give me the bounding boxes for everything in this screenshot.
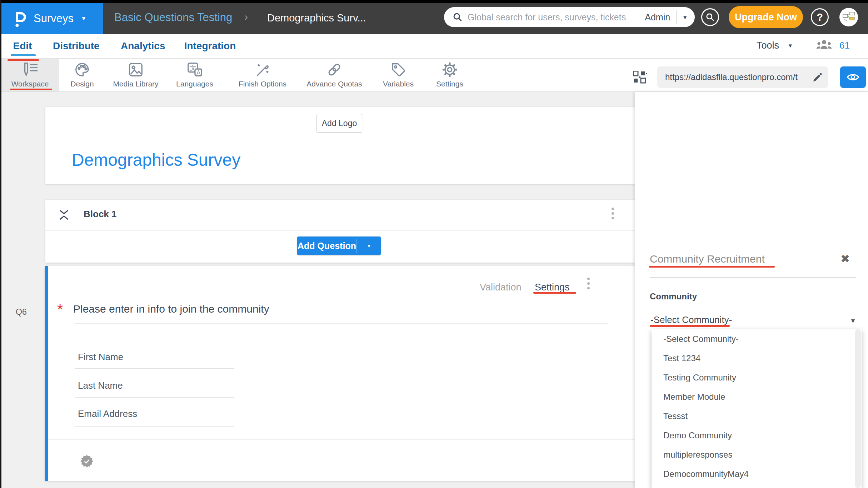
search-icon (453, 12, 463, 22)
product-switcher[interactable]: Surveys ▼ (1, 3, 103, 34)
block-title[interactable]: Block 1 (84, 209, 117, 220)
survey-title[interactable]: Demographics Survey (72, 150, 240, 170)
chevron-down-icon: ▼ (788, 43, 793, 49)
field-label-last-name[interactable]: Last Name (78, 380, 123, 391)
search-icon (705, 13, 715, 22)
add-question-button[interactable]: Add Question ▼ (297, 236, 381, 255)
upgrade-now-button[interactable]: Upgrade Now (729, 6, 803, 28)
question-menu-dots[interactable] (587, 278, 590, 289)
toolbar-item-settings[interactable]: Settings (419, 61, 480, 88)
dropdown-option-multipleresponses[interactable]: multipleresponses (652, 445, 862, 464)
tab-settings[interactable]: Settings (535, 282, 570, 293)
toolbar-item-label: Finish Options (239, 80, 286, 88)
community-select[interactable]: -Select Community- (650, 314, 732, 325)
annotation-underline-select (650, 325, 730, 327)
breadcrumb-parent[interactable]: Basic Questions Testing (114, 11, 232, 24)
header-search-button[interactable] (701, 8, 719, 26)
image-icon (127, 61, 144, 78)
survey-url-value: https://adidasfila.questionpro.com/t (665, 72, 812, 82)
field-input-email-address[interactable] (75, 426, 234, 427)
add-logo-button[interactable]: Add Logo (316, 114, 362, 133)
chain-link-icon (326, 61, 343, 78)
pen-list-icon (21, 61, 39, 78)
svg-text:A: A (196, 69, 200, 76)
toolbar-item-design[interactable]: Design (52, 61, 113, 88)
chevron-down-icon[interactable]: ▼ (850, 317, 856, 325)
dropdown-option-democommunitymay4[interactable]: DemocommunityMay4 (652, 464, 862, 484)
tab-edit[interactable]: Edit (12, 40, 33, 52)
palette-icon (74, 61, 91, 78)
app-window: Surveys ▼ Basic Questions Testing › Demo… (0, 0, 868, 488)
product-label: Surveys (34, 12, 74, 25)
survey-url-field[interactable]: https://adidasfila.questionpro.com/t (657, 66, 828, 88)
user-avatar[interactable] (839, 8, 858, 26)
toolbar-item-label: Variables (383, 80, 414, 88)
window-left-edge (0, 0, 1, 488)
global-search-input[interactable]: Global search for users, surveys, ticket… (444, 7, 695, 27)
tab-analytics[interactable]: Analytics (121, 40, 163, 52)
active-question-indicator (45, 266, 48, 481)
tools-menu[interactable]: Tools (757, 40, 779, 51)
dropdown-option-test-1234[interactable]: Test 1234 (652, 349, 862, 368)
tab-distribute[interactable]: Distribute (53, 40, 99, 52)
required-marker: * (57, 302, 63, 317)
questionpro-logo-icon (14, 10, 26, 27)
close-icon[interactable]: ✖ (840, 252, 850, 265)
collaborators-count[interactable]: 61 (839, 40, 850, 51)
qr-code-icon[interactable] (633, 71, 647, 84)
toolbar-item-label: Settings (436, 80, 463, 88)
annotation-underline-settings (533, 292, 576, 294)
gear-icon (441, 61, 458, 78)
question-code: Q6 (16, 307, 27, 317)
divider (48, 439, 635, 440)
search-scope-value: Admin (645, 12, 670, 23)
toolbar-item-languages[interactable]: 文 A Languages (164, 61, 225, 88)
help-button[interactable]: ? (811, 8, 829, 26)
toolbar-item-label: Advance Quotas (306, 80, 362, 88)
dropdown-option-select-community[interactable]: -Select Community- (652, 329, 862, 349)
divider (676, 10, 677, 24)
breadcrumb-current: Demographics Surv... (267, 12, 366, 24)
magic-wand-icon (254, 61, 271, 78)
add-question-label: Add Question (297, 236, 356, 255)
dropdown-option-member-module[interactable]: Member Module (652, 387, 862, 407)
toolbar-item-label: Workspace (11, 80, 49, 88)
search-scope-selector[interactable]: Admin ▼ (645, 10, 688, 24)
toolbar-item-label: Design (70, 80, 94, 88)
field-input-first-name[interactable] (75, 368, 234, 369)
toolbar-item-finish-options[interactable]: Finish Options (232, 61, 293, 88)
window-top-edge (0, 0, 868, 3)
annotation-underline-edit (8, 59, 39, 61)
search-placeholder: Global search for users, surveys, ticket… (468, 12, 626, 23)
edit-pencil-icon[interactable] (812, 72, 823, 83)
chevron-down-icon: ▼ (682, 14, 688, 20)
field-input-last-name[interactable] (75, 397, 234, 398)
dropdown-option-demo-community[interactable]: Demo Community (652, 426, 862, 445)
dropdown-option-tessst[interactable]: Tessst (652, 407, 862, 426)
dropdown-scrollbar[interactable] (855, 329, 861, 488)
question-text[interactable]: Please enter in info to join the communi… (73, 303, 269, 315)
divider (650, 277, 856, 278)
preview-survey-button[interactable] (840, 66, 866, 88)
translate-icon: 文 A (186, 61, 203, 78)
collapse-block-icon[interactable] (57, 209, 71, 220)
avatar-image (841, 9, 857, 25)
annotation-underline-panel-title (649, 266, 775, 268)
question-mark-icon: ? (817, 11, 823, 23)
seal-badge-icon[interactable] (80, 454, 94, 468)
toolbar-item-label: Languages (176, 80, 213, 88)
toolbar-item-workspace[interactable]: Workspace (0, 61, 60, 88)
community-field-label: Community (650, 292, 697, 302)
collaborators-icon[interactable] (816, 39, 832, 51)
tag-icon (390, 61, 407, 78)
dropdown-option-testing-community[interactable]: Testing Community (652, 368, 862, 387)
tab-validation[interactable]: Validation (480, 282, 522, 293)
add-question-dropdown[interactable]: ▼ (357, 236, 381, 255)
field-label-email-address[interactable]: Email Address (78, 408, 137, 419)
question-card (45, 266, 635, 481)
block-menu-dots[interactable] (612, 208, 614, 219)
toolbar-item-media-library[interactable]: Media Library (105, 61, 166, 88)
field-label-first-name[interactable]: First Name (78, 352, 123, 363)
tab-integration[interactable]: Integration (183, 40, 237, 52)
toolbar-item-advance-quotas[interactable]: Advance Quotas (304, 61, 365, 88)
